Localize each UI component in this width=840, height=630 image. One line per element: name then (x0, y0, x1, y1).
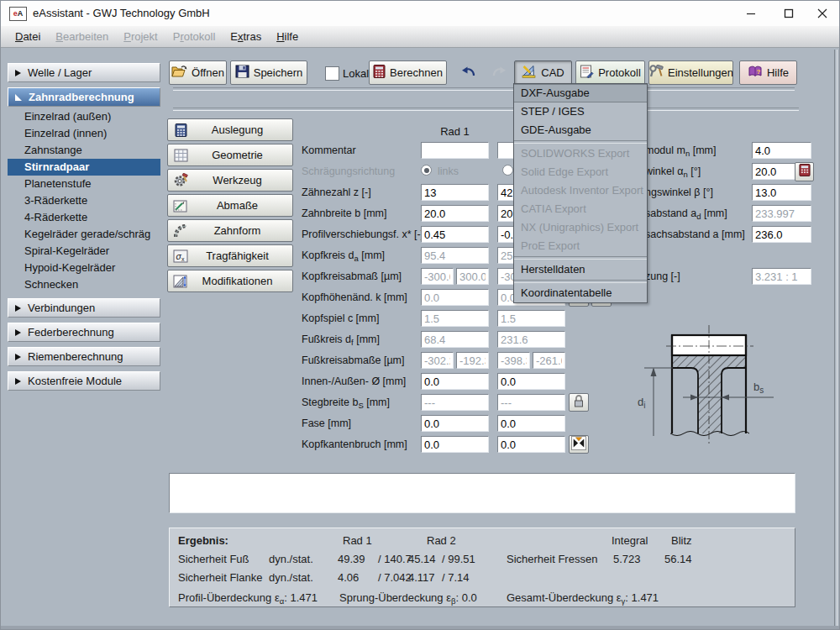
nav-button-abma-e[interactable]: Abmaße (167, 194, 293, 217)
nav-button-auslegung[interactable]: Auslegung (167, 118, 293, 141)
nav-button-label: Werkzeug (191, 174, 284, 186)
flank-safety-rad2-stat: / 7.14 (442, 571, 470, 584)
input-innen-au-en-mm-rad1[interactable] (421, 373, 489, 390)
gear-section-drawing: di bs (631, 313, 820, 463)
input-z-hnezahl-z-rad1[interactable] (421, 184, 489, 201)
nav-button-werkzeug[interactable]: Werkzeug (167, 169, 293, 192)
field-label-zahnbreite-b-mm: Zahnbreite b [mm] (302, 207, 386, 219)
results-col-rad2: Rad 2 (427, 534, 456, 547)
input-kopfh-hen-nd-k-mm-rad1[interactable] (421, 289, 489, 306)
open-button[interactable]: Öffnen (169, 60, 227, 85)
input-fase-mm-rad2[interactable] (497, 415, 565, 432)
cad-menu-item-step-iges[interactable]: STEP / IGES (514, 102, 647, 121)
nav-button-zahnform[interactable]: Zahnform (167, 219, 293, 242)
nav-button-modifikationen[interactable]: Modifikationen (167, 270, 293, 292)
input-innen-au-en-mm-rad2[interactable] (497, 373, 565, 390)
sidebar-group-kostenfreie-module[interactable]: Kostenfreie Module (8, 371, 160, 391)
input-zahnbreite-b-mm-rad1[interactable] (421, 205, 489, 222)
input-fu-kreisabma-e-m-rad1-upper[interactable] (456, 352, 489, 369)
tolerance-drawing-icon (171, 197, 191, 214)
sidebar-group-verbindungen[interactable]: Verbindungen (8, 298, 160, 318)
local-checkbox[interactable] (325, 66, 339, 81)
menu-label-post: rojekt (131, 30, 158, 43)
sidebar-group-label: Kostenfreie Module (28, 375, 122, 387)
sidebar-item-3-r-derkette[interactable]: 3-Räderkette (8, 192, 160, 209)
sidebar-item-einzelrad-innen[interactable]: Einzelrad (innen) (8, 125, 160, 142)
flank-safety-rad1-dyn: 4.06 (338, 571, 359, 584)
cad-menu-item-gde-ausgabe[interactable]: GDE-Ausgabe (514, 121, 647, 139)
sidebar-item-schnecken[interactable]: Schnecken (8, 276, 160, 293)
sidebar-item-hypoid-kegelr-der[interactable]: Hypoid-Kegelräder (8, 260, 160, 276)
input-kopfkreisabma-m-rad1-lower[interactable] (421, 268, 454, 285)
sidebar-item-spiral-kegelr-der[interactable]: Spiral-Kegelräder (8, 243, 160, 260)
web-width-label: bs (753, 381, 764, 395)
right-input-sabstand-a[interactable] (752, 205, 811, 222)
field-label-kopfkreisabma-m: Kopfkreisabmaß [µm] (302, 270, 402, 282)
helix-direction-radio-links[interactable] (421, 165, 432, 176)
input-kopfspiel-c-mm-rad1[interactable] (421, 310, 489, 327)
nav-button-tragf-higkeit[interactable]: σxTragfähigkeit (167, 244, 293, 267)
input-fase-mm-rad1[interactable] (421, 415, 489, 432)
right-input-modul-m[interactable] (752, 142, 811, 159)
input-kopfspiel-c-mm-rad2[interactable] (497, 310, 565, 327)
input-fu-kreis-d-rad2[interactable] (497, 331, 565, 348)
right-input-ngswinkel[interactable] (752, 184, 811, 201)
right-input-sachsabstand-a-mm[interactable] (752, 226, 811, 243)
sidebar-group-riemenberechnung[interactable]: Riemenberechnung (8, 347, 160, 366)
sidebar-item-kegelr-der-gerade-schr-g[interactable]: Kegelräder gerade/schräg (8, 226, 160, 243)
chamfer-button[interactable] (569, 435, 589, 454)
menu-projekt: Projekt (116, 28, 165, 45)
input-fu-kreis-d-rad1[interactable] (421, 331, 489, 348)
root-safety-mode: dyn./stat. (269, 553, 313, 565)
redo-button[interactable] (486, 63, 512, 83)
pressure-angle-calculator-button[interactable] (795, 162, 814, 181)
helix-direction-radio-rad2[interactable] (502, 165, 513, 176)
input-kommentar-rad1[interactable] (421, 142, 489, 159)
input-profilverschiebungsf-x-rad1[interactable] (421, 226, 489, 243)
cad-menu-item-catia-export: CATIA Export (514, 200, 647, 218)
cad-menu-item-koordinatentabelle[interactable]: Koordinatentabelle (514, 284, 647, 302)
input-fu-kreisabma-e-m-rad2-upper[interactable] (533, 352, 565, 369)
input-fu-kreisabma-e-m-rad1-lower[interactable] (421, 352, 454, 369)
input-kopfkreis-d-rad1[interactable] (421, 247, 489, 264)
sidebar-item-zahnstange[interactable]: Zahnstange (8, 142, 160, 159)
cad-menu-item-dxf-ausgabe[interactable]: DXF-Ausgabe (514, 84, 647, 102)
calculate-button[interactable]: Berechnen (369, 60, 447, 85)
minimize-button[interactable] (738, 1, 764, 26)
settings-button[interactable]: Einstellungen (648, 60, 733, 85)
sidebar-item-einzelrad-au-en[interactable]: Einzelrad (außen) (8, 108, 160, 125)
protocol-button[interactable]: Protokoll (575, 60, 645, 85)
input-kopfkreisabma-m-rad1-upper[interactable] (456, 268, 489, 285)
maximize-button[interactable] (776, 1, 801, 26)
menu-hilfe[interactable]: Hilfe (269, 28, 306, 45)
input-stegbreite-b-rad2[interactable] (497, 394, 565, 411)
close-button[interactable] (810, 1, 835, 26)
input-kopfkantenbruch-mm-rad2[interactable] (497, 436, 565, 453)
save-button[interactable]: Speichern (230, 60, 307, 85)
sidebar-item-stirnradpaar[interactable]: Stirnradpaar (8, 159, 160, 176)
right-label-zung: zung [-] (645, 270, 680, 282)
sidebar-group-welle-lager[interactable]: Welle / Lager (8, 63, 160, 82)
nav-button-geometrie[interactable]: Geometrie (167, 144, 293, 166)
menu-datei[interactable]: Datei (8, 28, 48, 45)
input-kopfkantenbruch-mm-rad1[interactable] (421, 436, 489, 453)
field-label-innen-au-en-mm: Innen-/Außen- Ø [mm] (302, 375, 406, 387)
settings-tools-icon (648, 65, 664, 81)
modification-icon (171, 273, 191, 290)
sidebar-group-zahnradberechnung[interactable]: Zahnradberechnung (8, 87, 160, 107)
input-fu-kreisabma-e-m-rad2-lower[interactable] (497, 352, 530, 369)
sidebar-group-federberechnung[interactable]: Federberechnung (8, 323, 160, 342)
cad-button[interactable]: CAD (514, 60, 572, 85)
sidebar-item-4-r-derkette[interactable]: 4-Räderkette (8, 209, 160, 226)
menu-extras[interactable]: Extras (223, 28, 269, 45)
help-button[interactable]: ? Hilfe (739, 60, 797, 85)
sidebar-item-planetenstufe[interactable]: Planetenstufe (8, 176, 160, 192)
right-input-zung[interactable] (752, 268, 811, 285)
undo-button[interactable] (455, 63, 481, 83)
cad-menu-item-herstelldaten[interactable]: Herstelldaten (514, 260, 647, 279)
lock-gray-button[interactable] (569, 393, 589, 412)
sidebar-group-label: Federberechnung (28, 326, 114, 339)
input-stegbreite-b-rad1[interactable] (421, 394, 489, 411)
field-label-kopfkreis-d: Kopfkreis da [mm] (302, 249, 385, 263)
nav-button-label: Abmaße (191, 199, 284, 212)
